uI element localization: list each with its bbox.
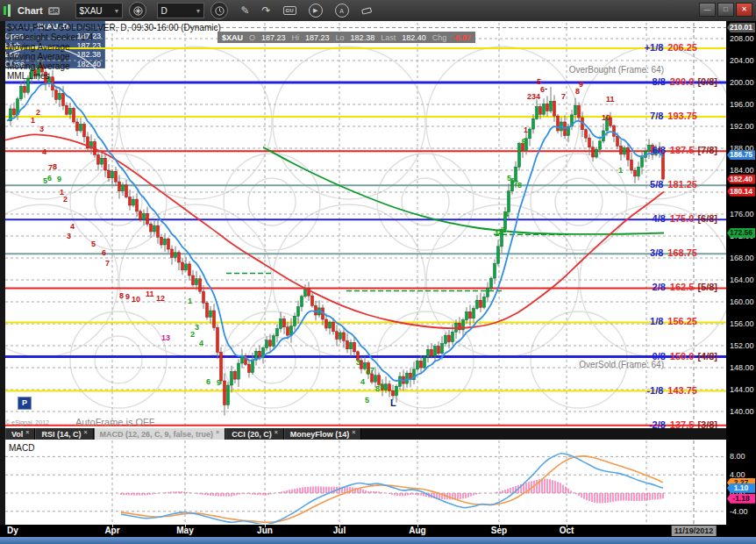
price-axis-tick: 176.00	[730, 210, 754, 218]
play-button[interactable]: ▶	[309, 4, 323, 18]
svg-text:3: 3	[502, 225, 506, 234]
symbol-lookup-icon	[133, 6, 143, 16]
symbol-lookup-button[interactable]	[129, 2, 146, 19]
price-axis-tick: 156.00	[730, 319, 754, 328]
formula-button[interactable]: GU	[283, 6, 296, 15]
price-axis-tick: 192.00	[730, 122, 754, 131]
time-template-button[interactable]	[210, 2, 228, 19]
quote-field-label: Hi	[292, 33, 300, 42]
murrey-level-label: 4/8175.0[6/8]	[653, 213, 717, 224]
indicator-tab[interactable]: MACD (12, 26, C, 9, false, true)×	[94, 428, 226, 440]
page-badge: SR	[48, 7, 61, 15]
quote-field-value: 187.23	[305, 33, 330, 42]
auto-button[interactable]: A	[335, 4, 349, 18]
svg-text:8: 8	[119, 291, 124, 300]
tab-close-icon[interactable]: ×	[352, 429, 355, 435]
chevron-down-icon: ▼	[114, 8, 120, 14]
svg-text:2: 2	[63, 195, 68, 204]
svg-text:9: 9	[125, 292, 130, 301]
time-axis-partial-label: Dy	[7, 526, 18, 535]
chart-window: 123478569123456789101112131234693674895L…	[0, 0, 756, 544]
macd-badge: 1.10	[727, 483, 755, 493]
indicator-tab[interactable]: CCI (20, C)×	[225, 428, 284, 440]
interval-value: D	[160, 6, 167, 16]
svg-text:3: 3	[531, 92, 536, 101]
p-marker-badge[interactable]: P	[18, 397, 32, 410]
eraser-button[interactable]	[361, 6, 373, 15]
left-border-strip	[0, 21, 5, 537]
study-overlay-line: Moving Average	[7, 52, 70, 61]
indicator-tab[interactable]: Vol×	[5, 428, 35, 440]
time-axis[interactable]: Dy 11/19/2012 AprMayJunJulAugSepOct	[0, 525, 756, 537]
murrey-level-label: 7/8193.75	[650, 111, 697, 121]
svg-text:5: 5	[91, 240, 96, 248]
indicator-tab[interactable]: RSI (14, C)×	[35, 428, 93, 440]
price-axis[interactable]: 208.00204.00200.00196.00192.00188.00184.…	[726, 21, 756, 537]
tab-close-icon[interactable]: ×	[216, 429, 219, 435]
chart-app-icon	[4, 4, 12, 17]
svg-text:6: 6	[102, 248, 106, 257]
svg-text:9: 9	[57, 175, 61, 183]
copyright-label: © eSignal, 2012	[5, 419, 49, 426]
svg-text:4: 4	[504, 210, 509, 218]
eraser-icon	[361, 6, 373, 15]
interval-combo[interactable]: D ▼	[157, 3, 204, 18]
svg-text:5: 5	[537, 77, 541, 86]
svg-text:8: 8	[575, 87, 580, 96]
quote-field-value: 182.38	[351, 33, 375, 42]
svg-text:1: 1	[31, 116, 35, 125]
clock-icon	[215, 6, 225, 16]
study-overlay-line: $XAU,PHLX GOLD/SILVER, D, 09:30-16:00 (D…	[7, 23, 221, 32]
price-chart-canvas: 123478569123456789101112131234693674895L…	[0, 0, 756, 544]
maximize-button[interactable]: □	[717, 3, 734, 17]
tab-label: MACD (12, 26, C, 9, false, true)	[100, 430, 214, 439]
time-axis-month-label: May	[176, 526, 193, 535]
draw-pencil-button[interactable]: ✎	[240, 4, 249, 17]
price-badge: 210.01	[727, 23, 755, 32]
svg-text:5: 5	[43, 176, 47, 185]
murrey-level-label: -1/8143.75	[646, 385, 697, 396]
svg-text:6: 6	[510, 176, 515, 185]
svg-text:L: L	[390, 397, 396, 408]
quote-field-label: Lo	[336, 33, 345, 42]
tab-close-icon[interactable]: ×	[275, 429, 278, 435]
close-button[interactable]: ✕	[736, 3, 752, 17]
svg-text:9: 9	[380, 382, 384, 390]
svg-text:4: 4	[360, 377, 365, 386]
svg-text:3: 3	[356, 358, 360, 367]
price-badge: 172.56	[727, 228, 755, 238]
price-axis-tick: 168.00	[730, 254, 754, 262]
auto-icon: A	[335, 4, 349, 18]
price-badge: 182.40	[727, 175, 755, 184]
price-axis-tick: 164.00	[730, 276, 754, 284]
price-axis-tick: 144.00	[730, 385, 754, 394]
symbol-combo[interactable]: $XAU ▼	[75, 3, 123, 18]
minimize-button[interactable]: —	[699, 3, 716, 17]
murrey-level-label: 3/8168.75	[650, 247, 697, 258]
price-badge: 180.14	[727, 187, 755, 197]
svg-text:4: 4	[42, 147, 46, 156]
autoframe-status: AutoFrame is OFF	[75, 417, 154, 427]
murrey-level-label: 2/8162.5[5/8]	[653, 282, 717, 292]
price-axis-tick: 160.00	[730, 297, 754, 306]
svg-text:3: 3	[195, 323, 199, 332]
svg-text:1: 1	[524, 125, 528, 134]
play-icon: ▶	[309, 4, 323, 18]
svg-text:2: 2	[190, 330, 195, 339]
price-badge: 186.75	[727, 150, 755, 160]
svg-text:8: 8	[517, 181, 522, 190]
price-axis-tick: 208.00	[730, 34, 754, 43]
quote-field-label: Last	[381, 33, 396, 42]
svg-text:7: 7	[105, 259, 110, 268]
symbol-value: $XAU	[79, 6, 102, 16]
tab-close-icon[interactable]: ×	[83, 429, 87, 435]
chevron-down-icon: ▼	[196, 8, 202, 14]
tab-label: CCI (20, C)	[232, 430, 272, 439]
svg-text:2: 2	[36, 108, 40, 117]
tab-label: MoneyFlow (14)	[290, 430, 350, 439]
indicator-tab[interactable]: MoneyFlow (14)×	[284, 428, 362, 440]
svg-text:7: 7	[48, 163, 53, 172]
svg-text:2: 2	[498, 227, 503, 236]
redo-arrow-button[interactable]: ↷	[262, 4, 271, 17]
tab-close-icon[interactable]: ×	[25, 429, 29, 435]
